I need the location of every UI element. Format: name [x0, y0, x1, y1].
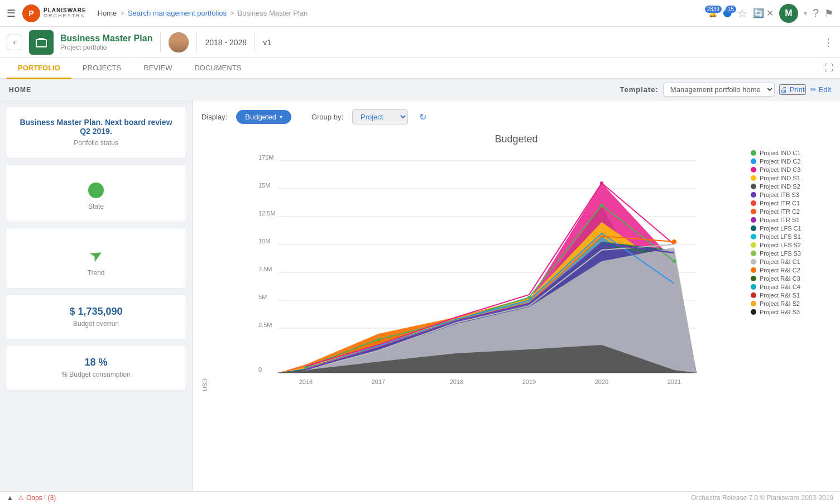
- dropdown-arrow-icon: ▾: [280, 114, 282, 120]
- user-avatar[interactable]: M: [779, 4, 798, 23]
- legend-item: Project R&I S3: [751, 309, 831, 315]
- edit-button[interactable]: ✏ Edit: [810, 85, 831, 94]
- legend-dot: [751, 267, 756, 273]
- groupby-label: Group by:: [311, 113, 343, 121]
- legend-dot: [751, 276, 756, 281]
- logo: P PLANISWARE ORCHESTRA: [22, 4, 87, 22]
- help-button[interactable]: ?: [813, 7, 819, 20]
- nav-back-button[interactable]: ‹: [7, 35, 22, 50]
- legend-item: Project ITR C2: [751, 208, 831, 215]
- tab-review[interactable]: REVIEW: [132, 58, 183, 79]
- legend-dot: [751, 217, 756, 223]
- refresh-button[interactable]: ↻: [419, 112, 426, 122]
- expand-icon[interactable]: ⛶: [824, 63, 833, 73]
- svg-text:2018: 2018: [450, 378, 463, 385]
- alerts-button[interactable]: 🔵 15: [723, 9, 732, 17]
- display-dropdown[interactable]: Budgeted ▾: [236, 110, 291, 124]
- legend-label: Project R&I C1: [760, 258, 800, 265]
- flag-button[interactable]: ⚑: [824, 7, 833, 20]
- svg-text:175M: 175M: [258, 154, 274, 161]
- legend-dot: [751, 184, 756, 189]
- legend-item: Project R&I C3: [751, 275, 831, 282]
- legend-item: Project R&I S1: [751, 292, 831, 299]
- legend-dot: [751, 192, 756, 198]
- budget-consumption-widget: 18 % % Budget consumption: [6, 345, 186, 390]
- footer-text: Orchestra Release 7.0 © Planisware 2003-…: [691, 494, 833, 502]
- breadcrumb-home[interactable]: Home: [98, 9, 117, 17]
- svg-text:2020: 2020: [595, 378, 608, 385]
- user-dropdown-arrow[interactable]: ▾: [804, 9, 807, 17]
- divider3: [255, 32, 255, 52]
- item-title: Business Master Plan Project portfolio: [60, 33, 152, 51]
- trend-label: Trend: [15, 269, 177, 277]
- chart-legend: Project IND C1Project IND C2Project IND …: [742, 150, 831, 391]
- template-select[interactable]: Management portfolio home: [663, 83, 775, 97]
- chevron-up-icon[interactable]: ▲: [7, 494, 13, 502]
- legend-dot: [751, 200, 756, 206]
- left-panel: Business Master Plan. Next board review …: [0, 100, 193, 504]
- home-label-bar: HOME Template: Management portfolio home…: [0, 79, 840, 100]
- legend-label: Project R&I C2: [760, 267, 800, 273]
- chart-area: USD 175M 15M 12.5M 10M 7.5M 5M 2.5M 0: [201, 150, 831, 391]
- chart-visualization: 175M 15M 12.5M 10M 7.5M 5M 2.5M 0: [210, 150, 742, 390]
- legend-dot: [751, 175, 756, 181]
- logo-icon: P: [22, 4, 40, 22]
- legend-dot: [751, 159, 756, 164]
- print-button[interactable]: 🖨 Print: [779, 84, 806, 95]
- logo-name2: ORCHESTRA: [44, 13, 87, 19]
- sync-area: 🔄 ✕: [753, 8, 774, 18]
- hamburger-menu[interactable]: ☰: [7, 7, 16, 20]
- legend-item: Project R&I C4: [751, 284, 831, 290]
- legend-label: Project R&I C4: [760, 284, 800, 290]
- tab-documents[interactable]: DOCUMENTS: [183, 58, 252, 79]
- chart-svg: 175M 15M 12.5M 10M 7.5M 5M 2.5M 0: [210, 150, 742, 391]
- svg-text:10M: 10M: [258, 238, 270, 244]
- legend-label: Project LFS S3: [760, 250, 801, 257]
- breadcrumb: Home > Search management portfolios > Bu…: [98, 9, 308, 17]
- chart-title: Budgeted: [201, 133, 831, 145]
- legend-item: Project R&I C1: [751, 258, 831, 265]
- budget-overrun-label: Budget overrun: [15, 320, 177, 328]
- legend-dot: [751, 234, 756, 239]
- svg-text:0: 0: [258, 366, 262, 373]
- print-icon: 🖨: [780, 85, 788, 94]
- trend-icon: ➤: [86, 244, 106, 266]
- legend-label: Project ITR C2: [760, 208, 800, 215]
- legend-item: Project IND C3: [751, 166, 831, 173]
- breadcrumb-search[interactable]: Search management portfolios: [128, 9, 227, 17]
- svg-point-35: [600, 204, 603, 207]
- tab-projects[interactable]: PROJECTS: [71, 58, 132, 79]
- svg-text:5M: 5M: [258, 294, 267, 300]
- tabs-bar: PORTFOLIO PROJECTS REVIEW DOCUMENTS ⛶: [0, 58, 840, 79]
- briefcase-icon: [35, 36, 48, 49]
- legend-dot: [751, 309, 756, 315]
- svg-text:2017: 2017: [372, 378, 385, 385]
- legend-item: Project LFS S3: [751, 250, 831, 257]
- legend-label: Project ITR C1: [760, 200, 800, 207]
- legend-label: Project R&I S2: [760, 300, 800, 307]
- error-message: ⚠ Oops ! (3): [18, 494, 56, 502]
- legend-dot: [751, 259, 756, 265]
- groupby-select[interactable]: Project: [352, 109, 408, 124]
- close-icon[interactable]: ✕: [766, 8, 774, 18]
- sync-icon[interactable]: 🔄: [753, 8, 764, 18]
- legend-label: Project LFS S2: [760, 242, 801, 248]
- legend-label: Project R&I S3: [760, 309, 800, 315]
- legend-dot: [751, 209, 756, 214]
- breadcrumb-sep2: >: [230, 9, 234, 17]
- tab-portfolio[interactable]: PORTFOLIO: [7, 58, 71, 79]
- nav-right: 🔔 2839 🔵 15 ☆ 🔄 ✕ M ▾ ? ⚑: [708, 4, 833, 23]
- portfolio-title: Business Master Plan: [60, 33, 152, 44]
- board-review-widget: Business Master Plan. Next board review …: [6, 106, 186, 159]
- legend-item: Project LFS C1: [751, 225, 831, 232]
- y-axis-label: USD: [201, 150, 208, 391]
- state-indicator: [88, 183, 104, 198]
- warning-icon: ⚠: [18, 494, 24, 502]
- legend-label: Project R&I S1: [760, 292, 800, 299]
- notifications-bell[interactable]: 🔔 2839: [708, 9, 717, 17]
- svg-text:2019: 2019: [522, 378, 536, 385]
- legend-dot: [751, 167, 756, 172]
- favorites-button[interactable]: ☆: [737, 7, 747, 20]
- more-options-button[interactable]: ⋮: [823, 36, 833, 49]
- svg-text:7.5M: 7.5M: [258, 266, 272, 272]
